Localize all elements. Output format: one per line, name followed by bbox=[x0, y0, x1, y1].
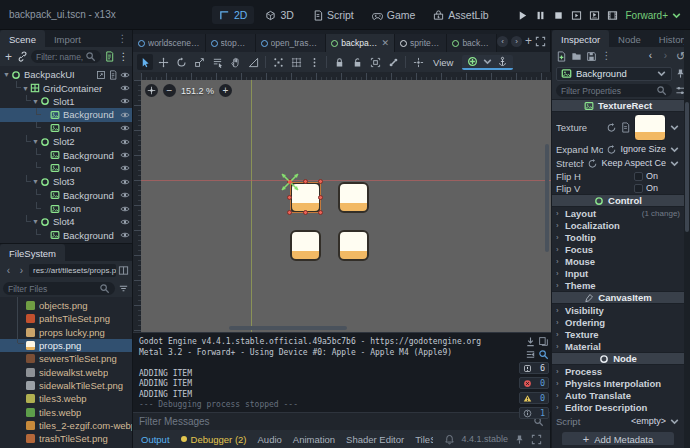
fs-sort-button[interactable] bbox=[118, 283, 129, 294]
group-node-button[interactable] bbox=[367, 54, 383, 70]
new-resource-button[interactable] bbox=[556, 51, 567, 62]
tab-import[interactable]: Import bbox=[45, 30, 90, 47]
pivot-tool-button[interactable] bbox=[410, 54, 426, 70]
bottom-tab-tileset[interactable]: TileSet bbox=[415, 434, 433, 445]
visibility-toggle[interactable] bbox=[120, 217, 130, 227]
visibility-toggle[interactable] bbox=[120, 177, 130, 187]
slot4-background-sprite[interactable] bbox=[338, 230, 369, 261]
snap-options-button[interactable] bbox=[306, 54, 322, 70]
expander-icon[interactable]: ▼ bbox=[31, 98, 40, 105]
rotate-tool-button[interactable] bbox=[173, 54, 189, 70]
scene-tab-worldscene_final[interactable]: worldscene_final bbox=[133, 34, 206, 52]
move-tool-button[interactable] bbox=[155, 54, 171, 70]
script-value-dropdown[interactable]: <empty> bbox=[631, 416, 666, 426]
filter-messages-input[interactable]: Filter Messages bbox=[139, 416, 529, 427]
zoom-in-button[interactable]: + bbox=[219, 84, 232, 97]
scene-tab-open_trash_can[interactable]: open_trash_can bbox=[256, 34, 327, 52]
collapse-duplicates-button[interactable] bbox=[525, 349, 536, 360]
add-node-button[interactable]: + bbox=[3, 51, 14, 62]
group-layout[interactable]: ›Layout(1 change) bbox=[552, 207, 684, 219]
ruler-tool-button[interactable] bbox=[245, 54, 261, 70]
group-tooltip[interactable]: ›Tooltip bbox=[552, 231, 684, 243]
group-ordering[interactable]: ›Ordering bbox=[552, 316, 684, 328]
workspace-tab-3d[interactable]: 3D bbox=[258, 6, 300, 24]
tab-inspector[interactable]: Inspector bbox=[552, 30, 609, 47]
group-focus[interactable]: ›Focus bbox=[552, 243, 684, 255]
list-select-tool-button[interactable] bbox=[209, 54, 225, 70]
revert-button[interactable] bbox=[606, 122, 617, 133]
renderer-select[interactable]: Forward+ bbox=[625, 0, 682, 30]
group-auto-translate[interactable]: ›Auto Translate bbox=[552, 389, 684, 401]
tree-node-slot2[interactable]: ▼Slot2 bbox=[0, 135, 132, 148]
selection-handle[interactable] bbox=[287, 195, 292, 200]
smart-snap-button[interactable] bbox=[270, 54, 286, 70]
tree-node-slot3[interactable]: ▼Slot3 bbox=[0, 175, 132, 188]
load-resource-button[interactable] bbox=[571, 51, 582, 62]
workspace-tab-script[interactable]: Script bbox=[305, 6, 361, 24]
slot3-background-sprite[interactable] bbox=[290, 230, 321, 261]
checkbox[interactable] bbox=[634, 184, 643, 193]
inspector-filter-input[interactable]: Filter Properties bbox=[556, 84, 672, 97]
pin-bottom-panel-button[interactable] bbox=[514, 434, 525, 445]
visibility-toggle[interactable] bbox=[120, 190, 130, 200]
skeleton-options-button[interactable] bbox=[385, 54, 401, 70]
visibility-toggle[interactable] bbox=[120, 163, 130, 173]
new-scene-tab-button[interactable]: + bbox=[525, 34, 532, 48]
scene-tab-spritesoda[interactable]: spritesoda bbox=[395, 34, 447, 52]
scene-tree-menu-icon[interactable]: ⋮ bbox=[118, 51, 129, 62]
group-visibility[interactable]: ›Visibility bbox=[552, 304, 684, 316]
zoom-percent-label[interactable]: 151.2 % bbox=[181, 86, 214, 96]
resource-picker-button[interactable] bbox=[620, 122, 631, 133]
scale-tool-button[interactable] bbox=[191, 54, 207, 70]
texture-preview[interactable] bbox=[634, 114, 666, 141]
edited-object-select[interactable]: Background bbox=[556, 67, 672, 81]
unlock-node-button[interactable] bbox=[349, 54, 365, 70]
play-button[interactable] bbox=[517, 10, 528, 21]
visibility-toggle[interactable] bbox=[120, 70, 130, 80]
visibility-toggle[interactable] bbox=[120, 123, 130, 133]
resource-extra-menu-icon[interactable]: ⋮ bbox=[601, 51, 612, 62]
tree-node-background[interactable]: Background bbox=[0, 189, 132, 202]
visibility-toggle[interactable] bbox=[120, 137, 130, 147]
file-props.png[interactable]: props.png bbox=[0, 339, 132, 352]
category-texturerect[interactable]: TextureRect bbox=[552, 99, 684, 112]
expander-icon[interactable]: ▼ bbox=[31, 138, 40, 145]
search-output-button[interactable] bbox=[538, 349, 549, 360]
group-localization[interactable]: ›Localization bbox=[552, 219, 684, 231]
selection-handle[interactable] bbox=[318, 195, 323, 200]
history-forward-button[interactable]: › bbox=[660, 51, 671, 62]
revert-button[interactable] bbox=[606, 144, 617, 155]
category-control[interactable]: Control bbox=[552, 194, 684, 207]
add-metadata-button[interactable]: +Add Metadata bbox=[562, 432, 674, 445]
tab-scroll-right-button[interactable]: › bbox=[511, 36, 522, 47]
scene-tab-backpack[interactable]: backpack bbox=[447, 34, 497, 52]
fs-filter-input[interactable]: Filter Files bbox=[3, 282, 115, 295]
attach-script-button[interactable] bbox=[104, 51, 115, 62]
scroll-to-end-button[interactable] bbox=[525, 336, 536, 347]
group-mouse[interactable]: ›Mouse bbox=[552, 255, 684, 267]
tree-node-background[interactable]: Background bbox=[0, 148, 132, 161]
tree-node-backpackui[interactable]: ▼BackpackUI bbox=[0, 68, 132, 81]
category-node[interactable]: Node bbox=[552, 352, 684, 365]
scene-tab-backpack_ui[interactable]: backpack_ui✕ bbox=[326, 34, 395, 52]
open-scene-button[interactable] bbox=[96, 70, 106, 80]
selection-handle[interactable] bbox=[287, 179, 292, 184]
slot1-background-sprite[interactable] bbox=[290, 182, 321, 213]
tab-node[interactable]: Node bbox=[609, 30, 650, 47]
file-sidewalkTileSet.png[interactable]: sidewalkTileSet.png bbox=[0, 379, 132, 392]
info-circle-badge[interactable]: 1 bbox=[519, 407, 549, 419]
stop-button[interactable] bbox=[553, 10, 564, 21]
selection-handle[interactable] bbox=[318, 179, 323, 184]
visibility-toggle[interactable] bbox=[120, 204, 130, 214]
file-sewersTileSet.png[interactable]: sewersTileSet.png bbox=[0, 352, 132, 365]
bottom-tab-audio[interactable]: Audio bbox=[258, 434, 282, 445]
checkbox[interactable] bbox=[634, 172, 643, 181]
dock-menu-icon[interactable]: ⋮ bbox=[113, 30, 132, 47]
file-objects.png[interactable]: objects.png bbox=[0, 299, 132, 312]
play-scene-button[interactable] bbox=[571, 10, 582, 21]
group-editor-description[interactable]: ›Editor Description bbox=[552, 401, 684, 413]
view-menu-button[interactable]: View bbox=[428, 57, 458, 68]
visibility-toggle[interactable] bbox=[120, 83, 130, 93]
2d-viewport[interactable]: − 151.2 % + bbox=[133, 72, 551, 332]
tree-node-slot1[interactable]: ▼Slot1 bbox=[0, 95, 132, 108]
